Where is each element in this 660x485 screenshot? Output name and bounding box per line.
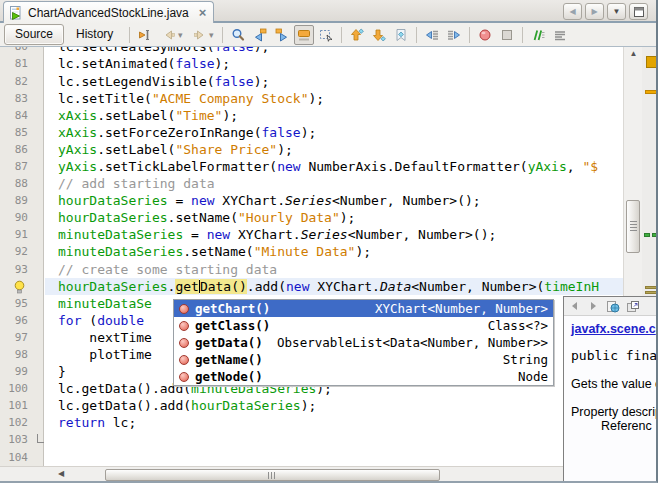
line-number-82[interactable]: 82 (0, 73, 28, 90)
javadoc-description: Gets the value o (571, 377, 658, 391)
find-next-icon (274, 27, 290, 43)
history-button[interactable]: History (66, 25, 123, 44)
code-line-88[interactable]: // add starting data (45, 175, 623, 192)
status-indicator[interactable] (646, 56, 658, 68)
code-editor[interactable]: 8081828384858687888990919293959697989910… (0, 47, 658, 466)
javadoc-class-link[interactable]: javafx.scene.c (571, 322, 658, 336)
code-line-101[interactable]: lc.getData().add(hourDataSeries); (45, 397, 623, 414)
code-line-86[interactable]: yAxis.setLabel("Share Price"); (45, 141, 623, 158)
start-macro-recording-button[interactable] (475, 25, 495, 45)
method-icon (179, 321, 189, 331)
occurrence-mark[interactable] (644, 233, 650, 237)
code-line-91[interactable]: minuteDataSeries = new XYChart.Series<Nu… (45, 226, 623, 243)
source-button[interactable]: Source (4, 24, 64, 45)
javadoc-toolbar (564, 297, 658, 316)
code-line-83[interactable]: lc.setTitle("ACME Company Stock"); (45, 90, 623, 107)
tab-chartadvancedstockline[interactable]: ChartAdvancedStockLine.java × (3, 1, 214, 23)
code-line-89[interactable]: hourDataSeries = new XYChart.Series<Numb… (45, 192, 623, 209)
comment-button[interactable] (528, 25, 548, 45)
scroll-up-icon[interactable]: ▲ (624, 49, 643, 58)
doc-external-icon[interactable] (626, 300, 640, 313)
code-line-82[interactable]: lc.setLegendVisible(false); (45, 73, 623, 90)
scroll-tabs-right-button[interactable]: ▶ (585, 3, 604, 20)
maximize-window-button[interactable] (629, 3, 648, 20)
hint-mark[interactable] (645, 291, 657, 294)
line-number-81[interactable]: 81 (0, 55, 28, 72)
completion-item-getNode[interactable]: getNode()Node (174, 368, 553, 385)
code-line-94[interactable]: hourDataSeries.getData().add(new XYChart… (45, 278, 623, 295)
code-line-90[interactable]: hourDataSeries.setName("Hourly Data"); (45, 209, 623, 226)
line-number-86[interactable]: 86 (0, 141, 28, 158)
line-number-84[interactable]: 84 (0, 107, 28, 124)
completion-item-getChart[interactable]: getChart()XYChart<Number, Number> (174, 300, 553, 317)
line-number-88[interactable]: 88 (0, 175, 28, 192)
occurrence-mark[interactable] (652, 233, 658, 237)
find-next-occurrence-button[interactable] (272, 25, 292, 45)
code-line-84[interactable]: xAxis.setLabel("Time"); (45, 107, 623, 124)
next-bookmark-button[interactable] (369, 25, 389, 45)
code-line-102[interactable]: return lc; (45, 414, 623, 431)
code-line-104[interactable] (45, 449, 623, 466)
warning-mark[interactable] (645, 90, 657, 94)
toolbar-separator (129, 27, 130, 43)
doc-web-icon[interactable] (606, 300, 620, 313)
previous-bookmark-button[interactable] (347, 25, 367, 45)
line-number-100[interactable]: 100 (0, 380, 28, 397)
code-line-80[interactable]: lc.setCreateSymbols(false); (45, 47, 623, 55)
shift-line-right-button[interactable] (444, 25, 464, 45)
toggle-rectangular-selection-button[interactable] (316, 25, 336, 45)
doc-back-icon[interactable] (568, 300, 581, 312)
code-line-92[interactable]: minuteDataSeries.setName("Minute Data"); (45, 243, 623, 260)
stop-macro-recording-button[interactable] (497, 25, 517, 45)
completion-item-getName[interactable]: getName()String (174, 351, 553, 368)
tab-close-icon[interactable]: × (199, 5, 207, 20)
last-edit-position-icon (137, 27, 153, 43)
hint-mark[interactable] (645, 286, 657, 289)
line-number-102[interactable]: 102 (0, 414, 28, 431)
code-line-93[interactable]: // create some starting data (45, 261, 623, 278)
vertical-scrollbar-thumb[interactable] (626, 200, 640, 253)
horizontal-scrollbar-thumb[interactable] (105, 469, 440, 481)
line-number-80[interactable]: 80 (0, 47, 28, 55)
completion-item-getClass[interactable]: getClass()Class<?> (174, 317, 553, 334)
line-number-90[interactable]: 90 (0, 209, 28, 226)
toggle-bookmark-button[interactable] (391, 25, 411, 45)
line-number-103[interactable]: 103 (0, 431, 28, 448)
uncomment-button[interactable] (550, 25, 570, 45)
method-icon (179, 338, 189, 348)
javadoc-reference: Referenc (601, 419, 658, 433)
line-number-91[interactable]: 91 (0, 226, 28, 243)
line-number-101[interactable]: 101 (0, 397, 28, 414)
find-previous-occurrence-button[interactable] (250, 25, 270, 45)
editor-gutter[interactable]: 8081828384858687888990919293959697989910… (0, 47, 44, 466)
completion-item-getData[interactable]: getData()ObservableList<Data<Number, Num… (174, 334, 553, 351)
line-number-85[interactable]: 85 (0, 124, 28, 141)
line-number-87[interactable]: 87 (0, 158, 28, 175)
code-line-103[interactable] (45, 431, 623, 448)
line-number-83[interactable]: 83 (0, 90, 28, 107)
toggle-highlight-search-button[interactable] (294, 25, 314, 45)
line-number-104[interactable]: 104 (0, 449, 28, 466)
line-number-93[interactable]: 93 (0, 261, 28, 278)
tab-list-button[interactable]: ▼ (607, 3, 626, 20)
code-line-85[interactable]: xAxis.setForceZeroInRange(false); (45, 124, 623, 141)
line-number-89[interactable]: 89 (0, 192, 28, 209)
scroll-tabs-left-button[interactable]: ◀ (563, 3, 582, 20)
back-button[interactable]: ▾ (157, 25, 186, 45)
line-number-95[interactable]: 95 (0, 295, 28, 312)
scroll-left-icon[interactable]: ◀ (58, 469, 64, 478)
last-edit-position-button[interactable] (135, 25, 155, 45)
line-number-98[interactable]: 98 (0, 346, 28, 363)
forward-button[interactable]: ▾ (188, 25, 217, 45)
line-number-99[interactable]: 99 (0, 363, 28, 380)
horizontal-scrollbar[interactable]: ◀ (0, 466, 658, 483)
code-line-81[interactable]: lc.setAnimated(false); (45, 55, 623, 72)
line-number-97[interactable]: 97 (0, 329, 28, 346)
code-line-87[interactable]: yAxis.setTickLabelFormatter(new NumberAx… (45, 158, 623, 175)
doc-forward-icon[interactable] (587, 300, 600, 312)
line-number-96[interactable]: 96 (0, 312, 28, 329)
shift-line-left-button[interactable] (422, 25, 442, 45)
forward-icon (192, 27, 208, 43)
find-selection-button[interactable] (228, 25, 248, 45)
line-number-92[interactable]: 92 (0, 243, 28, 260)
